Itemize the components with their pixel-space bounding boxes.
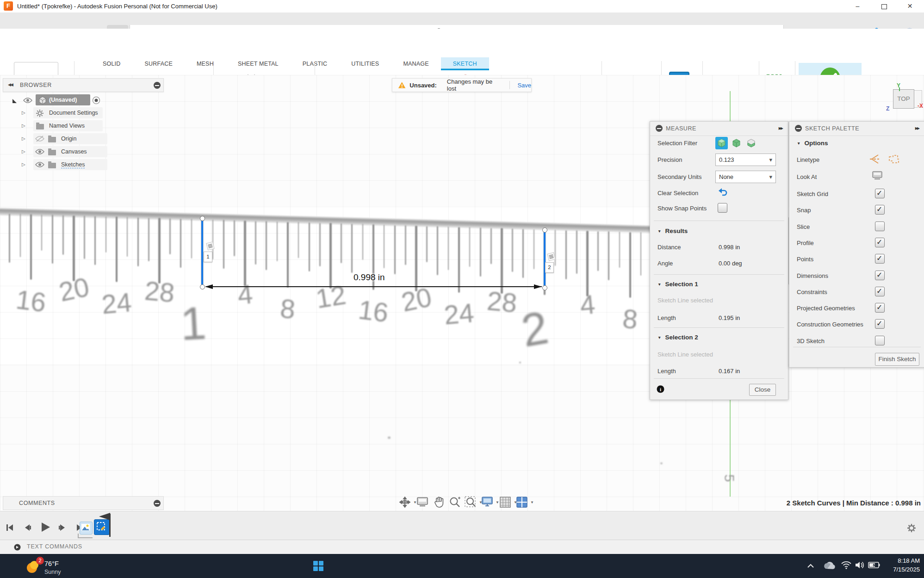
weather-widget[interactable]: 2 76°F Sunny <box>22 557 115 576</box>
browser-minus-icon[interactable] <box>154 82 161 89</box>
palette-checkbox-3d-sketch[interactable] <box>875 336 885 345</box>
panel-dock-icon[interactable]: ▶▶ <box>779 126 782 130</box>
text-commands-bar[interactable]: TEXT COMMANDS <box>0 540 924 554</box>
palette-checkbox-profile[interactable] <box>875 238 885 247</box>
dimension-value-label[interactable]: 0.998 in <box>353 272 385 283</box>
selection-status-text: 2 Sketch Curves | Min Distance : 0.998 i… <box>0 499 921 507</box>
construction-linetype-icon[interactable] <box>887 154 899 164</box>
finish-sketch-panel-button[interactable]: Finish Sketch <box>875 353 919 366</box>
maximize-button[interactable] <box>881 4 887 9</box>
browser-item-origin[interactable]: ▷Origin <box>0 134 167 145</box>
onedrive-icon[interactable] <box>823 561 836 572</box>
clock-time[interactable]: 8:18 AM <box>864 557 920 564</box>
timeline-settings-gear-icon[interactable] <box>907 523 916 533</box>
eye-off-icon[interactable] <box>35 135 44 143</box>
palette-checkbox-points[interactable] <box>875 254 885 264</box>
expand-caret-icon[interactable]: ▷ <box>22 123 25 128</box>
results-section-header[interactable]: Results <box>657 228 688 234</box>
browser-item-label[interactable]: Canvases <box>61 148 87 155</box>
palette-checkbox-construction-geometries[interactable] <box>875 319 885 329</box>
browser-panel-header[interactable]: ◀◀ BROWSER <box>3 78 164 92</box>
expand-caret-icon[interactable]: ▷ <box>22 162 25 167</box>
wifi-icon[interactable] <box>841 561 851 571</box>
filter-face-icon[interactable] <box>746 138 756 148</box>
panel-collapse-icon[interactable] <box>656 125 663 132</box>
tray-chevron-icon[interactable] <box>807 562 814 571</box>
palette-checkbox-projected-geometries[interactable] <box>875 303 885 313</box>
eye-icon[interactable] <box>23 97 32 104</box>
ribbon-tab-surface[interactable]: SURFACE <box>133 57 185 70</box>
secondary-units-select[interactable]: None <box>715 171 776 183</box>
filter-body-icon[interactable] <box>717 138 726 148</box>
filter-component-icon[interactable] <box>732 138 741 148</box>
precision-select[interactable]: 0.123 <box>715 154 776 166</box>
sketch-palette-header[interactable]: SKETCH PALETTE ▶▶ <box>789 122 924 136</box>
volume-icon[interactable] <box>855 561 864 571</box>
timeline-step-forward-icon[interactable] <box>58 523 67 532</box>
info-icon[interactable]: i <box>657 385 664 393</box>
browser-item-canvases[interactable]: ▷Canvases <box>0 147 167 158</box>
eye-icon[interactable] <box>35 148 44 156</box>
start-button[interactable] <box>313 560 324 573</box>
options-section-header[interactable]: Options <box>797 140 828 147</box>
expand-caret-icon[interactable]: ▷ <box>22 149 25 154</box>
panel-dock-icon[interactable]: ▶▶ <box>915 126 919 130</box>
palette-checkbox-slice[interactable] <box>875 221 885 231</box>
eye-icon[interactable] <box>35 161 44 169</box>
sketch-line-1-bottom-endpoint[interactable] <box>200 284 205 289</box>
close-button[interactable]: ✕ <box>906 2 914 10</box>
selection2-section-header[interactable]: Selection 2 <box>657 334 698 341</box>
expand-caret-icon[interactable]: ▷ <box>22 136 25 141</box>
root-node-label[interactable]: (Unsaved) <box>49 97 77 103</box>
ruler-tick <box>309 222 310 271</box>
expand-caret-icon[interactable] <box>12 98 17 104</box>
browser-item-label[interactable]: Origin <box>61 135 76 142</box>
ribbon-tab-utilities[interactable]: UTILITIES <box>339 57 391 70</box>
timeline-play-icon[interactable] <box>40 522 51 533</box>
palette-checkbox-constraints[interactable] <box>875 287 885 296</box>
palette-checkbox-dimensions[interactable] <box>875 271 885 280</box>
clear-selection-undo-icon[interactable] <box>718 188 728 197</box>
browser-item-label[interactable]: Document Settings <box>49 110 98 116</box>
browser-item-sketches[interactable]: ▷Sketches <box>0 160 167 171</box>
ribbon-tab-sheet-metal[interactable]: SHEET METAL <box>226 57 291 70</box>
selection1-section-header[interactable]: Selection 1 <box>657 281 698 288</box>
browser-item-label[interactable]: Sketches <box>61 161 85 168</box>
timeline-canvas-feature[interactable] <box>80 522 93 535</box>
dimension-line[interactable] <box>206 286 542 287</box>
timeline-sketch-feature[interactable] <box>94 519 110 535</box>
browser-item-label[interactable]: Named Views <box>49 123 85 129</box>
viewcube[interactable]: TOP <box>893 89 914 109</box>
timeline-marker-flag[interactable] <box>99 513 110 520</box>
sketch-line-2[interactable] <box>544 230 546 288</box>
expand-caret-icon[interactable]: ▷ <box>22 110 25 115</box>
browser-item-document-settings[interactable]: ▷Document Settings <box>0 108 167 119</box>
sketch-line-2-top-endpoint[interactable] <box>542 228 547 233</box>
ribbon-tab-solid[interactable]: SOLID <box>91 57 133 70</box>
save-link[interactable]: Save <box>517 82 531 89</box>
activate-radio-icon[interactable] <box>92 96 100 105</box>
text-commands-icon[interactable] <box>14 544 21 551</box>
palette-checkbox-snap[interactable] <box>875 205 885 215</box>
ribbon-tab-manage[interactable]: MANAGE <box>391 57 440 70</box>
panel-collapse-icon[interactable] <box>795 125 802 132</box>
timeline-skip-start-icon[interactable] <box>6 523 14 532</box>
ribbon-tab-mesh[interactable]: MESH <box>185 57 226 70</box>
timeline-step-back-icon[interactable] <box>23 523 31 532</box>
sketch-line-1[interactable] <box>201 218 203 287</box>
centerline-linetype-icon[interactable] <box>869 154 880 164</box>
show-snap-points-checkbox[interactable] <box>718 203 727 213</box>
minimize-button[interactable]: – <box>854 2 862 10</box>
clock-date[interactable]: 7/15/2025 <box>864 566 920 573</box>
browser-root-row[interactable]: (Unsaved) <box>0 95 167 106</box>
look-at-icon[interactable] <box>872 171 883 180</box>
ruler-tick <box>362 224 364 260</box>
sketch-line-2-bottom-endpoint[interactable] <box>542 285 547 290</box>
measure-panel-header[interactable]: MEASURE ▶▶ <box>650 122 788 136</box>
sketch-line-1-top-endpoint[interactable] <box>200 216 205 221</box>
close-panel-button[interactable]: Close <box>749 384 776 396</box>
ribbon-tab-sketch[interactable]: SKETCH <box>441 57 489 70</box>
collapse-panel-icon[interactable]: ◀◀ <box>8 82 12 87</box>
palette-checkbox-sketch-grid[interactable] <box>875 189 885 198</box>
browser-item-named-views[interactable]: ▷Named Views <box>0 121 167 132</box>
